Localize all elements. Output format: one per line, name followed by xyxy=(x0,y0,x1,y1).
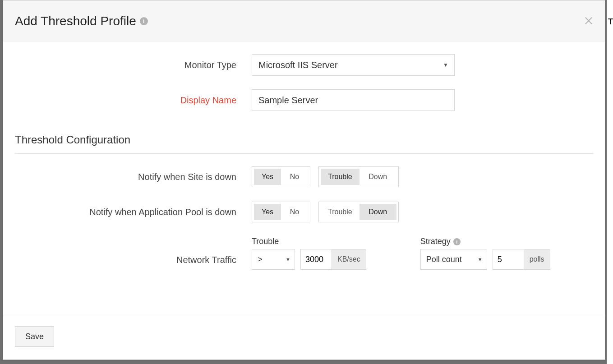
monitor-type-select[interactable]: Microsoft IIS Server xyxy=(252,54,455,76)
strategy-label: Strategy i xyxy=(420,237,550,246)
trouble-value-input[interactable] xyxy=(301,249,332,269)
site-down-trouble-button[interactable]: Trouble xyxy=(321,169,360,185)
threshold-configuration-heading: Threshold Configuration xyxy=(15,134,593,154)
modal-backdrop: T Add Threshold Profile i Monitor Type M… xyxy=(0,0,613,364)
app-pool-down-label: Notify when Application Pool is down xyxy=(15,207,252,217)
modal-title-text: Add Threshold Profile xyxy=(15,14,136,28)
strategy-column: Strategy i Poll count polls xyxy=(420,237,550,270)
add-threshold-profile-modal: Add Threshold Profile i Monitor Type Mic… xyxy=(3,0,605,360)
poll-value-input[interactable] xyxy=(493,249,524,269)
background-edge-text: T xyxy=(607,0,613,364)
monitor-type-row: Monitor Type Microsoft IIS Server xyxy=(15,54,593,76)
display-name-row: Display Name xyxy=(15,89,593,111)
app-pool-severity-toggle: Trouble Down xyxy=(318,202,399,222)
site-down-no-button[interactable]: No xyxy=(281,169,308,185)
monitor-type-label: Monitor Type xyxy=(15,60,252,70)
trouble-label: Trouble xyxy=(252,237,366,246)
trouble-operator-select[interactable]: > xyxy=(252,249,295,270)
strategy-select[interactable]: Poll count xyxy=(420,249,487,270)
close-button[interactable] xyxy=(581,14,596,28)
modal-body: Monitor Type Microsoft IIS Server Displa… xyxy=(3,41,605,316)
trouble-unit-label: KB/sec xyxy=(332,249,366,269)
modal-header: Add Threshold Profile i xyxy=(3,0,605,41)
save-button[interactable]: Save xyxy=(15,326,54,347)
app-pool-trouble-button[interactable]: Trouble xyxy=(321,204,360,220)
site-down-yn-toggle: Yes No xyxy=(252,166,310,187)
info-icon[interactable]: i xyxy=(140,17,148,25)
info-icon[interactable]: i xyxy=(453,238,461,245)
poll-unit-label: polls xyxy=(524,249,550,269)
network-traffic-label: Network Traffic xyxy=(15,255,252,270)
close-icon xyxy=(584,16,593,25)
modal-title: Add Threshold Profile i xyxy=(15,14,148,28)
app-pool-no-button[interactable]: No xyxy=(281,204,308,220)
app-pool-yes-button[interactable]: Yes xyxy=(254,204,281,220)
trouble-value-input-group: KB/sec xyxy=(300,249,366,270)
display-name-input[interactable] xyxy=(252,89,455,111)
app-pool-down-row: Notify when Application Pool is down Yes… xyxy=(15,202,593,222)
network-traffic-row: Network Traffic Trouble > xyxy=(15,237,593,270)
site-down-row: Notify when Site is down Yes No Trouble … xyxy=(15,166,593,187)
display-name-label: Display Name xyxy=(15,95,252,106)
app-pool-yn-toggle: Yes No xyxy=(252,202,310,222)
trouble-column: Trouble > KB/sec xyxy=(252,237,366,270)
site-down-severity-toggle: Trouble Down xyxy=(318,166,399,187)
site-down-yes-button[interactable]: Yes xyxy=(254,169,281,185)
poll-value-input-group: polls xyxy=(493,249,550,270)
app-pool-down-button[interactable]: Down xyxy=(360,204,396,220)
site-down-down-button[interactable]: Down xyxy=(360,169,396,185)
site-down-label: Notify when Site is down xyxy=(15,172,252,182)
modal-footer: Save xyxy=(3,316,605,359)
